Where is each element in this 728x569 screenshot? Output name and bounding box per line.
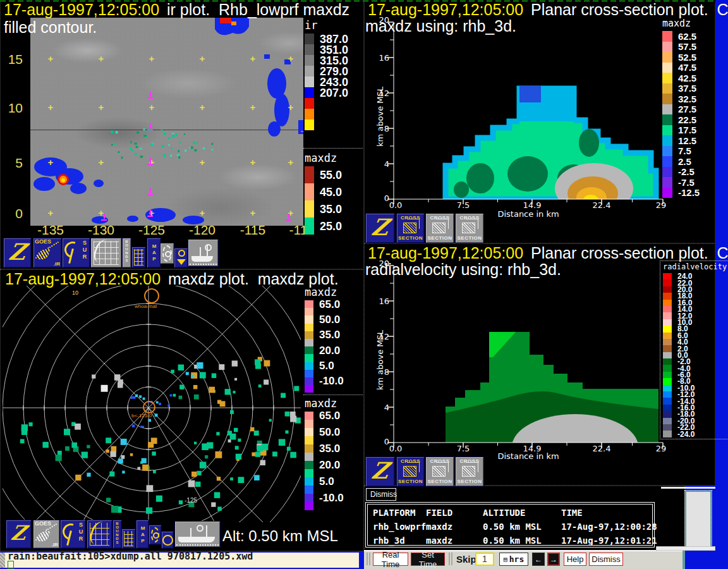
colorbar-swatch: [305, 300, 313, 308]
colorbar-value: 45.0: [314, 187, 342, 198]
radar-echo: [202, 443, 209, 450]
grid-overlay-button[interactable]: [121, 529, 136, 549]
colorbar-swatch: [305, 34, 314, 44]
colorbar-value: 5.0: [313, 360, 334, 371]
colorbar-swatch: [662, 52, 672, 63]
radar-echo: [254, 431, 259, 436]
map-button[interactable]: MAP: [147, 238, 161, 268]
scrollbar[interactable]: [685, 491, 712, 550]
terminal-command: rain:beaufait:105>xdump.all 970817.1205.…: [8, 551, 253, 562]
table-cell: FIELD: [426, 506, 452, 520]
colorbar-value: 52.5: [672, 52, 696, 62]
step-back-button[interactable]: ←: [532, 553, 545, 566]
step-forward-button[interactable]: →: [547, 553, 560, 566]
colorbar-row: 55.0: [305, 166, 342, 183]
cross-section-button-active[interactable]: CROSSSECTION: [396, 213, 425, 243]
colorbar-swatch: [305, 109, 314, 119]
radar-echo: [234, 428, 238, 432]
surveillance-radar-button[interactable]: SUR: [60, 520, 86, 549]
surveillance-radar-button[interactable]: SUR: [62, 238, 90, 268]
colorbar-swatch: [663, 319, 672, 326]
colorbar-swatch: [305, 183, 314, 200]
zeb-logo-button[interactable]: Z: [3, 238, 32, 268]
colorbar-swatch: [663, 286, 672, 293]
hrs-button[interactable]: ▤hrs: [499, 553, 528, 566]
xs2-title-line2: radialvelocity using: rhb_3d.: [365, 260, 561, 279]
radar-echo: [228, 439, 231, 443]
radar-echo: [211, 502, 215, 506]
radar-echo: [21, 424, 28, 431]
cross-section-button[interactable]: CROSSSECTION: [425, 213, 454, 243]
radar-echo: [132, 425, 135, 427]
compass-button[interactable]: [149, 525, 162, 545]
latlon-grid-cross: +: [149, 102, 155, 113]
bounds-button[interactable]: BOUNDS: [112, 520, 122, 549]
ship-track-marker: [301, 125, 303, 132]
zeb-logo-button[interactable]: Z: [6, 520, 32, 549]
cross-section-button[interactable]: CROSSSECTION: [455, 456, 484, 487]
dismiss-button[interactable]: Dismiss: [589, 553, 623, 566]
buoy-button[interactable]: [174, 248, 188, 268]
bounds-button[interactable]: BOUNDS: [122, 238, 131, 268]
colorbar-swatch: [663, 378, 672, 384]
colorbar-row: 25.0: [305, 217, 342, 235]
radar-echo: [272, 451, 277, 456]
status-dismiss-button[interactable]: Dismiss: [366, 488, 396, 501]
grid-overlay-button[interactable]: [131, 247, 146, 268]
radar-echo: [234, 378, 237, 381]
colorbar-ppi-maxdz-2: maxdz 65.050.035.020.05.0-10.0: [305, 397, 344, 510]
terminal-window[interactable]: rain:beaufait:105>xdump.all 970817.1205.…: [0, 551, 360, 569]
radar-echo: [217, 477, 221, 480]
colorbar-swatch: [305, 436, 313, 444]
zeb-logo-button[interactable]: Z: [365, 213, 395, 243]
colorbar-row: 37.5: [662, 83, 700, 94]
table-row: rhb_3dmaxdz0.50 km MSL17-Aug-97,12:01:21: [368, 534, 652, 548]
goes-ir-button[interactable]: GOES.IR: [33, 238, 62, 268]
radar-echo: [230, 434, 236, 440]
skip-value-input[interactable]: 1: [475, 553, 494, 566]
zeb-logo-button[interactable]: Z: [365, 456, 395, 487]
cross-section-button[interactable]: CROSSSECTION: [455, 213, 484, 243]
colorbar-row: 65.0: [305, 300, 344, 308]
radar-echo: [252, 452, 255, 456]
radar-grid-button[interactable]: [90, 238, 122, 268]
colorbar-row: 7.5: [662, 146, 700, 157]
radar-echo: [122, 471, 124, 474]
colorbar-swatch: [663, 273, 672, 279]
colorbar-swatch: [305, 469, 313, 477]
radar-grid-button[interactable]: [87, 520, 112, 549]
latlon-grid-cross: +: [149, 53, 155, 64]
radar-echo: [209, 387, 215, 393]
colorbar-swatch: [663, 326, 672, 332]
real-time-button[interactable]: Real Time: [373, 553, 408, 566]
colorbar-swatch: [305, 315, 313, 323]
radar-echo: [110, 451, 116, 457]
set-time-button[interactable]: Set Time: [411, 553, 445, 566]
circle-button[interactable]: [161, 531, 174, 549]
radar-echo: [111, 446, 116, 452]
cross-section-button-active[interactable]: CROSSSECTION: [396, 456, 425, 487]
cross-section-button[interactable]: CROSSSECTION: [425, 456, 454, 487]
cloud-core-orange: [231, 21, 236, 25]
ppi-title: 17-aug-1997,12:05:00maxdz plot. maxdz pl…: [5, 270, 339, 288]
radar-echo: [191, 375, 194, 378]
z-logo-icon: Z: [365, 457, 395, 484]
colorbar-value: 7.5: [672, 146, 691, 156]
map-button[interactable]: MAP: [136, 520, 149, 549]
radar-echo: [200, 462, 206, 468]
colorbar-row: -10.0: [305, 377, 344, 385]
colorbar-row: 50.0: [305, 428, 344, 436]
compass-button[interactable]: [160, 243, 174, 264]
help-button[interactable]: Help: [564, 553, 586, 566]
ship-button[interactable]: [188, 239, 219, 267]
ship-button[interactable]: [174, 521, 221, 548]
colorbar-swatch: [662, 42, 672, 52]
z-logo-icon: Z: [6, 520, 32, 546]
circle-icon: [162, 535, 173, 546]
radar-echo: [170, 395, 173, 397]
cube-icon: [403, 223, 416, 233]
goes-ir-button[interactable]: GOES.IR: [33, 520, 60, 549]
colorbar-swatch: [305, 217, 314, 235]
colorbar-row: -2.5: [662, 167, 700, 178]
colorbar-swatch: [305, 494, 313, 502]
